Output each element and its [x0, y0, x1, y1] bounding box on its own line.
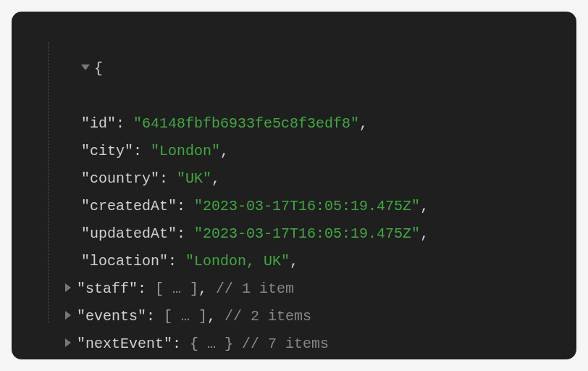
comment-next-event: // 7 items — [242, 335, 329, 352]
json-viewer-panel: { "id": "64148fbfb6933fe5c8f3edf8", "cit… — [12, 12, 576, 359]
key-events: "events" — [77, 308, 146, 325]
value-id: "64148fbfb6933fe5c8f3edf8" — [133, 115, 359, 132]
comment-events: // 2 items — [224, 308, 311, 325]
chevron-right-icon[interactable] — [65, 338, 71, 347]
root-close-line: } — [30, 358, 558, 359]
field-city: "city": "London", — [30, 138, 558, 165]
field-staff: "staff": [ … ], // 1 item — [30, 275, 558, 303]
field-country: "country": "UK", — [30, 165, 558, 193]
key-country: "country" — [81, 170, 159, 187]
key-location: "location" — [81, 253, 168, 270]
key-city: "city" — [81, 143, 133, 159]
key-next-event: "nextEvent" — [77, 335, 172, 352]
value-created-at: "2023-03-17T16:05:19.475Z" — [194, 198, 420, 214]
key-id: "id" — [81, 115, 116, 132]
value-city: "London" — [151, 143, 220, 159]
key-updated-at: "updatedAt" — [81, 225, 177, 242]
brace-open: { — [94, 60, 103, 77]
field-updated-at: "updatedAt": "2023-03-17T16:05:19.475Z", — [30, 220, 558, 248]
comment-staff: // 1 item — [216, 280, 294, 297]
chevron-down-icon[interactable] — [81, 64, 90, 70]
field-id: "id": "64148fbfb6933fe5c8f3edf8", — [30, 110, 558, 138]
field-created-at: "createdAt": "2023-03-17T16:05:19.475Z", — [30, 193, 558, 220]
key-created-at: "createdAt" — [81, 198, 177, 214]
field-events: "events": [ … ], // 2 items — [30, 303, 558, 330]
value-country: "UK" — [177, 170, 211, 187]
value-events-collapsed[interactable]: [ … ] — [164, 308, 207, 325]
value-location: "London, UK" — [185, 253, 290, 270]
value-staff-collapsed[interactable]: [ … ] — [155, 280, 198, 297]
value-updated-at: "2023-03-17T16:05:19.475Z" — [194, 225, 420, 242]
field-location: "location": "London, UK", — [30, 248, 558, 275]
field-next-event: "nextEvent": { … } // 7 items — [30, 330, 558, 358]
key-staff: "staff" — [77, 280, 138, 297]
chevron-right-icon[interactable] — [65, 283, 71, 292]
root-open-line: { — [30, 28, 558, 110]
value-next-event-collapsed[interactable]: { … } — [190, 335, 233, 352]
chevron-right-icon[interactable] — [65, 311, 71, 320]
